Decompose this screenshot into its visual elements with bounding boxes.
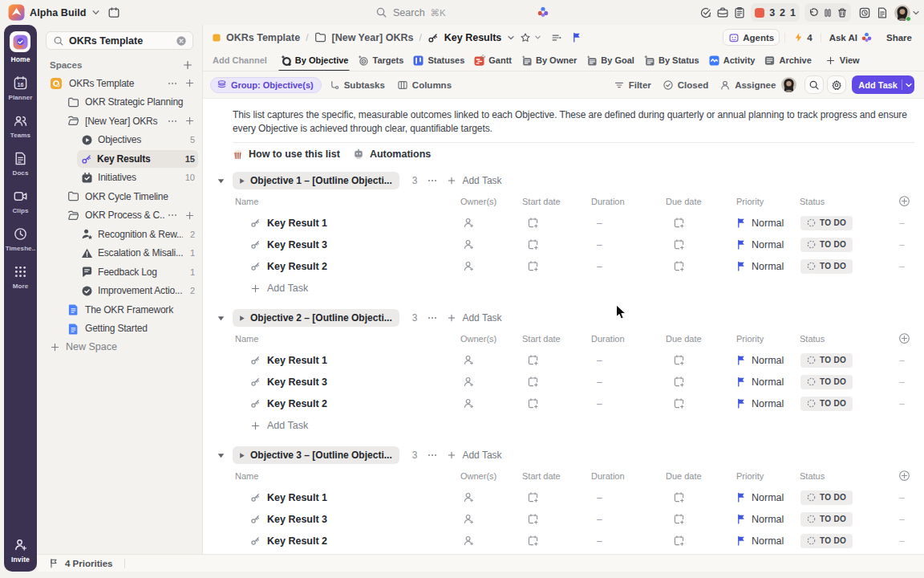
sidebar-item-okr-process-c[interactable]: OKR Process & C... (37, 206, 202, 226)
briefcase-icon[interactable] (715, 6, 730, 20)
column-due-date[interactable]: Due date (659, 471, 730, 481)
priority-cell[interactable]: Normal (730, 535, 793, 547)
due-date-cell[interactable] (659, 217, 730, 229)
breadcrumb-space[interactable]: OKRs Template (213, 32, 300, 43)
pause-icon[interactable] (822, 7, 833, 18)
clipboard-icon[interactable] (732, 6, 747, 20)
priorities-label[interactable]: 4 Priorities (65, 559, 112, 568)
priority-cell[interactable]: Normal (730, 398, 793, 409)
plus-icon[interactable] (184, 116, 195, 126)
sidebar-item-the-okr-framework[interactable]: The OKR Framework (37, 300, 202, 320)
ellipsis-icon[interactable] (167, 78, 178, 89)
group-add-task-button[interactable]: Add Task (447, 450, 501, 461)
duration-cell[interactable]: – (585, 355, 659, 366)
sidebar-search-input[interactable]: OKRs Template (46, 31, 193, 50)
sidebar-item-key-results[interactable]: Key Results 15 (37, 149, 202, 169)
breadcrumb-folder[interactable]: [New Year] OKRs (314, 31, 414, 43)
task-name[interactable]: Key Result 3 (267, 377, 327, 388)
status-cell[interactable]: TO DO (793, 353, 881, 368)
task-row[interactable]: Key Result 2 – Normal TO DO – (233, 393, 914, 414)
column-duration[interactable]: Duration (585, 471, 659, 481)
column-name[interactable]: Name (233, 334, 454, 344)
group-menu-icon[interactable] (427, 175, 438, 186)
tab-archive[interactable]: Archive (764, 50, 811, 71)
status-cell[interactable]: TO DO (793, 238, 881, 252)
owner-cell[interactable] (454, 491, 516, 503)
start-date-cell[interactable] (516, 513, 585, 525)
task-name[interactable]: Key Result 2 (267, 398, 327, 409)
rail-item-teams[interactable]: Teams (6, 113, 36, 139)
breadcrumb-list[interactable]: Key Results (428, 32, 516, 43)
subtasks-button[interactable]: Subtasks (325, 76, 389, 94)
share-button[interactable]: Share (882, 29, 916, 46)
duration-cell[interactable]: – (585, 398, 659, 409)
duration-cell[interactable]: – (585, 492, 659, 503)
duration-cell[interactable]: – (585, 535, 659, 547)
tab-by-goal[interactable]: By Goal (586, 50, 634, 71)
list-settings-icon[interactable] (551, 32, 562, 43)
due-date-cell[interactable] (659, 238, 730, 250)
column-duration[interactable]: Duration (585, 197, 659, 206)
group-add-task-button[interactable]: Add Task (447, 312, 501, 324)
duration-cell[interactable]: – (585, 377, 659, 388)
tab-by-objective[interactable]: By Objective (280, 50, 349, 71)
column-start-date[interactable]: Start date (516, 334, 585, 344)
column-name[interactable]: Name (233, 471, 454, 481)
timer-icon[interactable] (857, 6, 872, 20)
column-due-date[interactable]: Due date (659, 197, 730, 206)
add-column-icon[interactable] (898, 332, 910, 344)
sidebar-item-objectives[interactable]: Objectives 5 (37, 131, 202, 150)
task-row[interactable]: Key Result 3 – Normal TO DO – (233, 371, 914, 393)
ellipsis-icon[interactable] (167, 116, 178, 127)
columns-button[interactable]: Columns (393, 76, 456, 94)
group-name-chip[interactable]: Objective 1 – [Outline Objecti... (233, 172, 399, 189)
collapse-group-icon[interactable] (217, 451, 233, 460)
column-duration[interactable]: Duration (585, 334, 659, 344)
ellipsis-icon[interactable] (167, 210, 178, 221)
list-description[interactable]: This list captures the specific, measura… (233, 108, 912, 135)
task-row[interactable]: Key Result 1 – Normal TO DO – (233, 349, 914, 371)
status-cell[interactable]: TO DO (793, 512, 881, 527)
column-due-date[interactable]: Due date (659, 334, 730, 344)
automations-link[interactable]: Automations (370, 149, 431, 160)
start-date-cell[interactable] (516, 238, 585, 250)
task-row[interactable]: Key Result 2 – Normal TO DO – (233, 255, 914, 277)
start-date-cell[interactable] (516, 535, 585, 547)
column-status[interactable]: Status (793, 334, 881, 344)
priority-cell[interactable]: Normal (730, 239, 793, 250)
rail-item-timesheets[interactable]: Timeshe.. (6, 226, 36, 252)
start-date-cell[interactable] (516, 376, 585, 388)
column-start-date[interactable]: Start date (516, 471, 585, 481)
rail-item-docs[interactable]: Docs (6, 151, 36, 177)
priority-cell[interactable]: Normal (730, 492, 793, 503)
group-name-chip[interactable]: Objective 3 – [Outline Objecti... (233, 446, 399, 464)
tab-targets[interactable]: Targets (357, 50, 403, 71)
due-date-cell[interactable] (659, 260, 730, 272)
priority-cell[interactable]: Normal (730, 218, 793, 229)
column-start-date[interactable]: Start date (516, 197, 585, 206)
global-search[interactable]: Search ⌘K (375, 0, 446, 25)
account-menu[interactable] (894, 5, 920, 21)
ask-ai-button[interactable]: Ask AI (826, 29, 876, 46)
duration-cell[interactable]: – (585, 239, 659, 250)
collapse-group-icon[interactable] (217, 314, 233, 323)
priority-cell[interactable]: Normal (730, 377, 793, 388)
assignee-button[interactable]: Assignee (715, 76, 780, 94)
tab-by-owner[interactable]: By Owner (521, 50, 577, 71)
task-row[interactable]: Key Result 1 – Normal TO DO – (233, 486, 914, 508)
task-row[interactable]: Key Result 3 – Normal TO DO – (233, 234, 914, 255)
status-cell[interactable]: TO DO (793, 490, 881, 505)
status-cell[interactable]: TO DO (793, 534, 881, 548)
column-owners[interactable]: Owner(s) (454, 197, 516, 206)
status-cell[interactable]: TO DO (793, 216, 881, 230)
task-check-icon[interactable] (699, 6, 713, 20)
filter-button[interactable]: Filter (610, 76, 655, 94)
due-date-cell[interactable] (659, 376, 730, 388)
chevron-down-icon[interactable] (534, 34, 541, 41)
owner-cell[interactable] (454, 535, 516, 547)
priority-cell[interactable]: Normal (730, 261, 793, 272)
tab-activity[interactable]: Activity (708, 50, 756, 71)
task-row[interactable]: Key Result 1 – Normal TO DO – (233, 212, 914, 234)
add-space-icon[interactable] (182, 59, 193, 71)
duration-cell[interactable]: – (585, 261, 659, 272)
